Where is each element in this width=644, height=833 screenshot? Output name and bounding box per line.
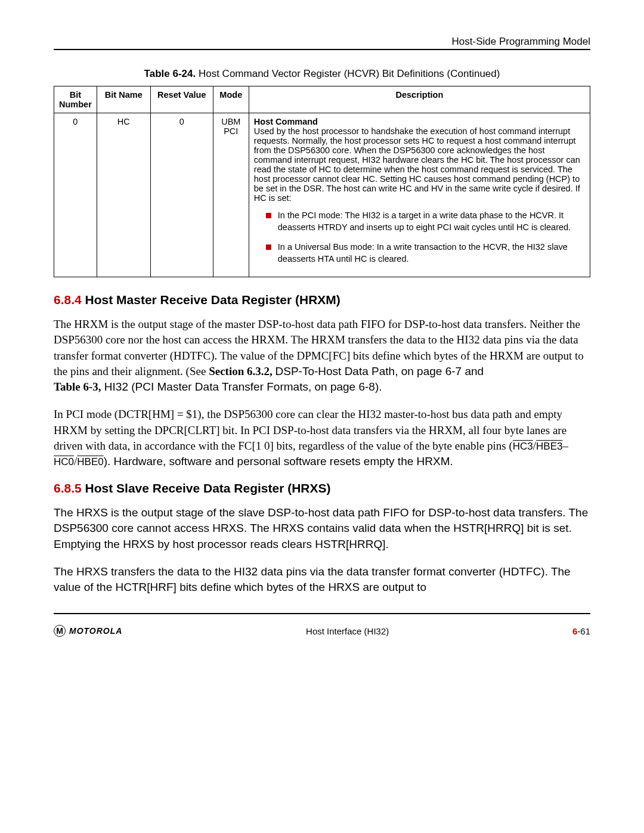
table-header-row: Bit Number Bit Name Reset Value Mode Des… — [54, 86, 590, 113]
cell-mode-pci: PCI — [224, 126, 238, 136]
p2-m2: – — [563, 439, 569, 452]
running-header: Host-Side Programming Model — [54, 36, 590, 48]
section-num-685: 6.8.5 — [54, 481, 82, 495]
p1-ref2: Table 6-3, — [54, 380, 101, 393]
desc-title: Host Command — [254, 117, 318, 126]
footer-center: Host Interface (HI32) — [306, 626, 389, 636]
section-684-p1: The HRXM is the output stage of the mast… — [54, 317, 590, 395]
top-rule — [54, 49, 590, 50]
bit-definition-table: Bit Number Bit Name Reset Value Mode Des… — [54, 86, 590, 277]
cell-mode-ubm: UBM — [221, 117, 240, 126]
bottom-rule — [54, 613, 590, 614]
page-num: -61 — [577, 626, 590, 636]
desc-bullet-1: In the PCI mode: The HI32 is a target in… — [266, 210, 585, 233]
cell-mode: UBM PCI — [213, 113, 249, 277]
p1-ref1: Section 6.3.2, — [209, 365, 275, 377]
ov-hc0: HC0 — [54, 456, 74, 467]
footer-left: M MOTOROLA — [54, 625, 122, 637]
footer-page: 6-61 — [572, 626, 590, 636]
desc-bullet-list: In the PCI mode: The HI32 is a target in… — [254, 210, 585, 265]
table-caption: Table 6-24. Host Command Vector Register… — [54, 68, 590, 80]
desc-body: Used by the host processor to handshake … — [254, 126, 580, 203]
p1-b: DSP-To-Host Data Path, on page 6-7 and — [275, 365, 484, 377]
p2-b: ). Hardware, software and personal softw… — [104, 455, 453, 467]
section-num-684: 6.8.4 — [54, 293, 82, 306]
section-title-685: Host Slave Receive Data Register (HRXS) — [82, 481, 331, 495]
ov-hbe0: HBE0 — [77, 456, 103, 467]
page: Host-Side Programming Model Table 6-24. … — [0, 0, 644, 661]
section-heading-684: 6.8.4 Host Master Receive Data Register … — [54, 293, 590, 307]
motorola-logo-icon: M — [54, 625, 66, 637]
section-heading-685: 6.8.5 Host Slave Receive Data Register (… — [54, 481, 590, 496]
p1-c: HI32 (PCI Master Data Transfer Formats, … — [101, 380, 382, 393]
desc-bullet-2: In a Universal Bus mode: In a write tran… — [266, 241, 585, 265]
footer: M MOTOROLA Host Interface (HI32) 6-61 — [54, 625, 590, 637]
brand-text: MOTOROLA — [69, 626, 122, 636]
table-row: 0 HC 0 UBM PCI Host Command Used by the … — [54, 113, 590, 277]
cell-bit-number: 0 — [54, 113, 97, 277]
col-mode: Mode — [213, 86, 249, 113]
col-bit-name: Bit Name — [97, 86, 150, 113]
ov-hbe3: HBE3 — [536, 441, 562, 452]
col-description: Description — [249, 86, 590, 113]
table-caption-text: Host Command Vector Register (HCVR) Bit … — [196, 68, 500, 79]
cell-bit-name: HC — [97, 113, 150, 277]
section-684-p2: In PCI mode (DCTR[HM] = $1), the DSP5630… — [54, 407, 590, 469]
ov-hc3: HC3 — [513, 441, 533, 452]
section-685-p1: The HRXS is the output stage of the slav… — [54, 505, 590, 552]
p2-a: In PCI mode (DCTR[HM] = $1), the DSP5630… — [54, 408, 566, 451]
section-title-684: Host Master Receive Data Register (HRXM) — [82, 293, 340, 306]
col-bit-number: Bit Number — [54, 86, 97, 113]
section-685-p2: The HRXS transfers the data to the HI32 … — [54, 564, 590, 595]
col-reset-value: Reset Value — [150, 86, 213, 113]
cell-reset-value: 0 — [150, 113, 213, 277]
table-caption-label: Table 6-24. — [144, 68, 196, 79]
cell-description: Host Command Used by the host processor … — [249, 113, 590, 277]
